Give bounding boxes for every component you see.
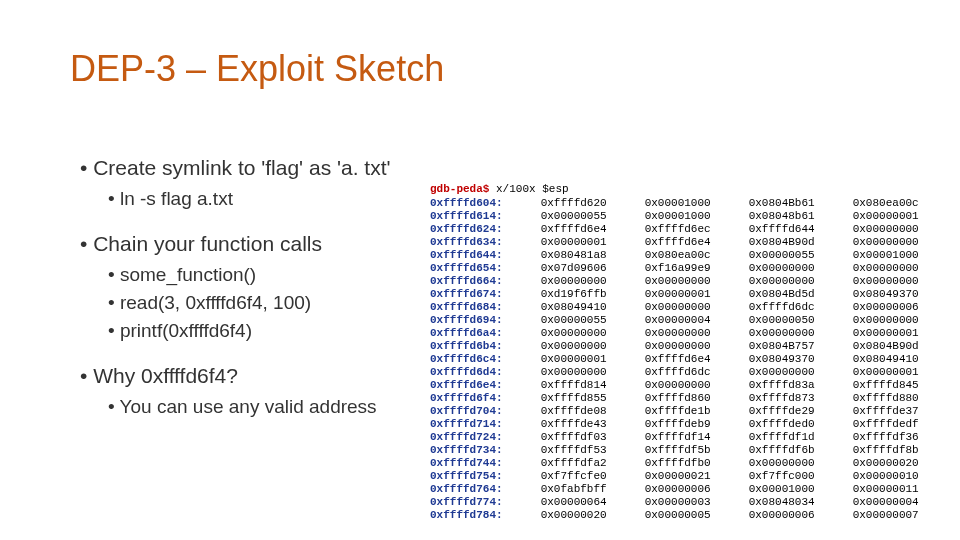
bullet-2a: some_function(): [108, 263, 440, 287]
memory-address: 0xffffd714:: [430, 418, 541, 431]
memory-value: 0xf16a99e9: [645, 262, 749, 275]
memory-value: 0x00000005: [645, 509, 749, 522]
memory-value: 0xffffd6e4: [541, 223, 645, 236]
memory-value: 0x080ea00c: [645, 249, 749, 262]
memory-row: 0xffffd644:0x080481a80x080ea00c0x0000005…: [430, 249, 919, 262]
memory-value: 0x08048034: [749, 496, 853, 509]
memory-row: 0xffffd664:0x000000000x000000000x0000000…: [430, 275, 919, 288]
memory-value: 0xffffdeb9: [645, 418, 749, 431]
memory-value: 0x00000004: [853, 496, 919, 509]
memory-value: 0x0804B90d: [853, 340, 919, 353]
memory-value: 0xffffdf36: [853, 431, 919, 444]
memory-value: 0xffffdf53: [541, 444, 645, 457]
memory-value: 0x00000020: [541, 509, 645, 522]
memory-address: 0xffffd654:: [430, 262, 541, 275]
memory-value: 0xd19f6ffb: [541, 288, 645, 301]
memory-value: 0x00000001: [645, 288, 749, 301]
memory-address: 0xffffd6b4:: [430, 340, 541, 353]
memory-address: 0xffffd604:: [430, 197, 541, 210]
memory-value: 0xffffdf5b: [645, 444, 749, 457]
memory-value: 0xffffd855: [541, 392, 645, 405]
memory-value: 0xffffd6dc: [749, 301, 853, 314]
gdb-dump: gdb-peda$ x/100x $esp 0xffffd604:0xffffd…: [430, 183, 919, 522]
memory-value: 0xf7ffc000: [749, 470, 853, 483]
bullet-2: Chain your function calls: [80, 231, 440, 257]
memory-value: 0x00000000: [645, 301, 749, 314]
gdb-command: gdb-peda$ x/100x $esp: [430, 183, 919, 196]
memory-row: 0xffffd714:0xffffde430xffffdeb90xffffded…: [430, 418, 919, 431]
memory-value: 0x0804B90d: [749, 236, 853, 249]
memory-row: 0xffffd6c4:0x000000010xffffd6e40x0804937…: [430, 353, 919, 366]
memory-value: 0x080481a8: [541, 249, 645, 262]
memory-value: 0x00000000: [853, 223, 919, 236]
memory-value: 0x00001000: [645, 197, 749, 210]
memory-address: 0xffffd704:: [430, 405, 541, 418]
memory-value: 0x08049410: [853, 353, 919, 366]
memory-value: 0xffffdfb0: [645, 457, 749, 470]
memory-address: 0xffffd774:: [430, 496, 541, 509]
memory-value: 0xffffd880: [853, 392, 919, 405]
memory-value: 0x00000000: [541, 366, 645, 379]
memory-value: 0xffffde29: [749, 405, 853, 418]
memory-value: 0xffffd873: [749, 392, 853, 405]
memory-address: 0xffffd6f4:: [430, 392, 541, 405]
memory-value: 0x0804B757: [749, 340, 853, 353]
memory-value: 0x00000000: [853, 275, 919, 288]
memory-row: 0xffffd624:0xffffd6e40xffffd6ec0xffffd64…: [430, 223, 919, 236]
memory-row: 0xffffd614:0x000000550x000010000x08048b6…: [430, 210, 919, 223]
memory-value: 0x00000055: [749, 249, 853, 262]
memory-row: 0xffffd694:0x000000550x000000040x0000005…: [430, 314, 919, 327]
memory-row: 0xffffd764:0x0fabfbff0x000000060x0000100…: [430, 483, 919, 496]
memory-address: 0xffffd674:: [430, 288, 541, 301]
memory-row: 0xffffd754:0xf7ffcfe00x000000210xf7ffc00…: [430, 470, 919, 483]
memory-address: 0xffffd684:: [430, 301, 541, 314]
memory-value: 0x00000011: [853, 483, 919, 496]
memory-value: 0x00000001: [541, 353, 645, 366]
bullet-1a: ln -s flag a.txt: [108, 187, 440, 211]
memory-value: 0x00000050: [749, 314, 853, 327]
memory-address: 0xffffd664:: [430, 275, 541, 288]
memory-address: 0xffffd644:: [430, 249, 541, 262]
memory-address: 0xffffd734:: [430, 444, 541, 457]
memory-row: 0xffffd684:0x080494100x000000000xffffd6d…: [430, 301, 919, 314]
memory-row: 0xffffd634:0x000000010xffffd6e40x0804B90…: [430, 236, 919, 249]
memory-value: 0xffffde1b: [645, 405, 749, 418]
memory-address: 0xffffd6c4:: [430, 353, 541, 366]
memory-address: 0xffffd744:: [430, 457, 541, 470]
memory-value: 0x00000000: [645, 340, 749, 353]
memory-row: 0xffffd6d4:0x000000000xffffd6dc0x0000000…: [430, 366, 919, 379]
slide-title: DEP-3 – Exploit Sketch: [70, 48, 444, 90]
memory-value: 0x00000001: [853, 366, 919, 379]
memory-value: 0x08048b61: [749, 210, 853, 223]
memory-value: 0xffffde08: [541, 405, 645, 418]
memory-address: 0xffffd6a4:: [430, 327, 541, 340]
memory-value: 0x00000055: [541, 314, 645, 327]
memory-value: 0x00000000: [853, 262, 919, 275]
memory-address: 0xffffd624:: [430, 223, 541, 236]
memory-address: 0xffffd784:: [430, 509, 541, 522]
memory-value: 0x00000000: [853, 314, 919, 327]
memory-row: 0xffffd784:0x000000200x000000050x0000000…: [430, 509, 919, 522]
memory-row: 0xffffd744:0xffffdfa20xffffdfb00x0000000…: [430, 457, 919, 470]
memory-value: 0xffffd620: [541, 197, 645, 210]
memory-row: 0xffffd6e4:0xffffd8140x000000000xffffd83…: [430, 379, 919, 392]
memory-value: 0x00000007: [853, 509, 919, 522]
memory-row: 0xffffd774:0x000000640x000000030x0804803…: [430, 496, 919, 509]
memory-value: 0x08049370: [853, 288, 919, 301]
memory-value: 0x00000000: [541, 327, 645, 340]
memory-value: 0x00001000: [853, 249, 919, 262]
memory-address: 0xffffd724:: [430, 431, 541, 444]
memory-value: 0xffffd6e4: [645, 353, 749, 366]
memory-row: 0xffffd724:0xffffdf030xffffdf140xffffdf1…: [430, 431, 919, 444]
memory-value: 0xffffd6ec: [645, 223, 749, 236]
memory-address: 0xffffd634:: [430, 236, 541, 249]
memory-value: 0x0804Bd5d: [749, 288, 853, 301]
memory-value: 0x00000000: [645, 275, 749, 288]
memory-value: 0x08049370: [749, 353, 853, 366]
memory-table: 0xffffd604:0xffffd6200x000010000x0804Bb6…: [430, 197, 919, 522]
memory-value: 0xffffd644: [749, 223, 853, 236]
memory-value: 0xffffd814: [541, 379, 645, 392]
memory-value: 0x00000000: [645, 327, 749, 340]
memory-address: 0xffffd6d4:: [430, 366, 541, 379]
memory-value: 0x00001000: [749, 483, 853, 496]
